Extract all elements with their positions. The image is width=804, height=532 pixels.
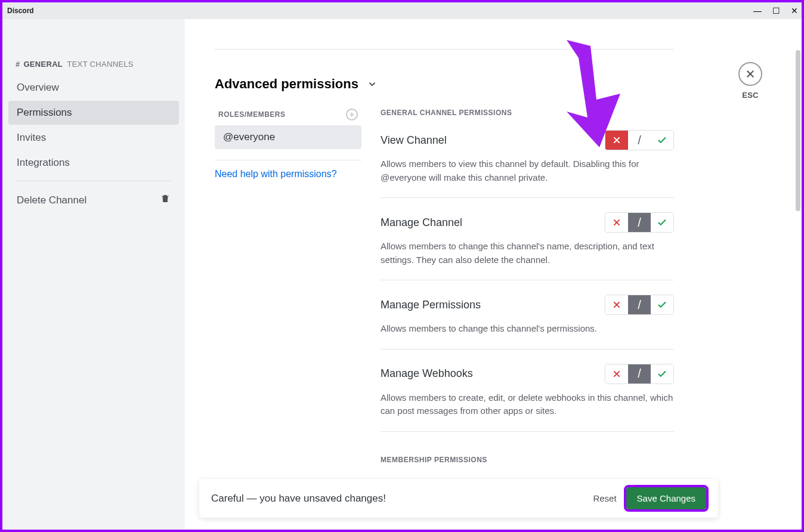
perm-manage-channel: Manage Channel / Allows members to chang… [381, 212, 674, 280]
perm-deny-button[interactable] [605, 295, 628, 314]
perm-section-header-general: GENERAL CHANNEL PERMISSIONS [381, 109, 674, 117]
reset-button[interactable]: Reset [593, 493, 616, 503]
sidebar-item-permissions[interactable]: Permissions [8, 101, 179, 125]
unsaved-message: Careful — you have unsaved changes! [211, 493, 386, 505]
esc-button[interactable]: ESC [738, 62, 762, 100]
close-circle-icon [738, 62, 762, 86]
sidebar-channel-header: # GENERAL TEXT CHANNELS [8, 55, 179, 75]
maximize-icon[interactable]: ☐ [772, 6, 780, 16]
main-content: Advanced permissions ROLES/MEMBERS + @ev… [185, 19, 802, 530]
perm-desc: Allows members to view this channel by d… [381, 157, 674, 184]
perm-section-header-membership: MEMBERSHIP PERMISSIONS [381, 456, 674, 464]
scrollbar-track[interactable] [794, 19, 802, 530]
perm-deny-button[interactable] [605, 364, 628, 383]
perm-toggle-manage-permissions: / [605, 295, 674, 315]
perm-view-channel: View Channel / Allows members to view th… [381, 130, 674, 198]
perm-allow-button[interactable] [651, 131, 673, 150]
perm-neutral-button[interactable]: / [628, 295, 651, 314]
perm-manage-permissions: Manage Permissions / Allows members to c… [381, 295, 674, 349]
scrollbar-thumb[interactable] [796, 50, 800, 211]
sidebar-divider [16, 181, 172, 181]
window-controls: — ☐ ✕ [753, 2, 798, 19]
perm-deny-button[interactable] [605, 131, 628, 150]
sidebar-item-integrations[interactable]: Integrations [8, 151, 179, 175]
role-item-everyone[interactable]: @everyone [215, 125, 361, 149]
roles-divider [215, 160, 361, 160]
perm-desc: Allows members to change this channel's … [381, 240, 674, 267]
perm-neutral-button[interactable]: / [628, 131, 651, 150]
perm-desc: Allows members to change this channel's … [381, 322, 674, 336]
save-changes-button[interactable]: Save Changes [626, 487, 706, 509]
sidebar: # GENERAL TEXT CHANNELS Overview Permiss… [2, 19, 185, 530]
perm-desc: Allows members to create, edit, or delet… [381, 391, 674, 418]
close-icon[interactable]: ✕ [791, 6, 798, 16]
unsaved-changes-bar: Careful — you have unsaved changes! Rese… [199, 479, 718, 518]
perm-neutral-button[interactable]: / [628, 213, 651, 232]
chevron-down-icon [367, 79, 378, 89]
perm-neutral-button[interactable]: / [628, 364, 651, 383]
add-role-icon[interactable]: + [346, 109, 358, 120]
roles-column: ROLES/MEMBERS + @everyone Need help with… [215, 109, 361, 528]
permissions-column: GENERAL CHANNEL PERMISSIONS View Channel… [381, 109, 674, 528]
perm-allow-button[interactable] [651, 295, 673, 314]
delete-channel-button[interactable]: Delete Channel [8, 187, 179, 213]
permissions-help-link[interactable]: Need help with permissions? [215, 169, 361, 180]
delete-channel-label: Delete Channel [17, 194, 86, 206]
perm-title: Manage Channel [381, 216, 462, 229]
perm-title: Manage Permissions [381, 299, 481, 311]
perm-allow-button[interactable] [651, 364, 673, 383]
section-title-row[interactable]: Advanced permissions [215, 76, 674, 92]
perm-title: Manage Webhooks [381, 367, 473, 380]
perm-toggle-view-channel: / [605, 130, 674, 150]
perm-allow-button[interactable] [651, 213, 673, 232]
content-top-divider [215, 49, 674, 50]
hash-icon: # [16, 60, 20, 69]
section-title: Advanced permissions [215, 76, 358, 92]
perm-title: View Channel [381, 134, 447, 147]
roles-header: ROLES/MEMBERS + [215, 109, 361, 125]
perm-toggle-manage-channel: / [605, 212, 674, 233]
sidebar-item-overview[interactable]: Overview [8, 76, 179, 100]
app-title: Discord [7, 7, 34, 15]
esc-label: ESC [742, 91, 759, 100]
trash-icon [160, 193, 171, 207]
minimize-icon[interactable]: — [753, 6, 762, 16]
perm-deny-button[interactable] [605, 213, 628, 232]
titlebar: Discord — ☐ ✕ [2, 2, 802, 19]
sidebar-item-invites[interactable]: Invites [8, 126, 179, 150]
perm-manage-webhooks: Manage Webhooks / Allows members to crea… [381, 364, 674, 432]
perm-toggle-manage-webhooks: / [605, 364, 674, 384]
